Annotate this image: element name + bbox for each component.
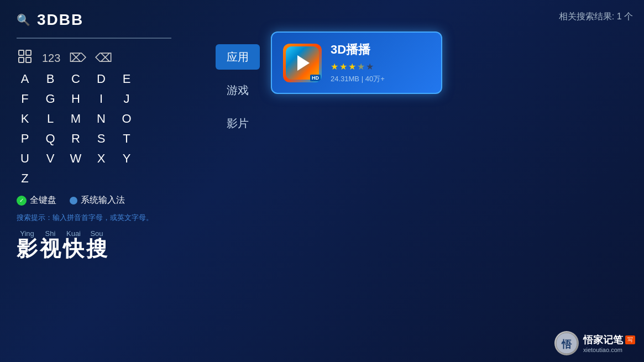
key-G[interactable]: G [42, 92, 59, 106]
system-input-option[interactable]: 系统输入法 [70, 195, 125, 206]
svg-rect-3 [26, 57, 31, 62]
svg-rect-1 [26, 50, 31, 55]
key-K[interactable]: K [17, 112, 33, 126]
category-tabs: 应用 游戏 影片 [216, 44, 260, 136]
app-downloads: 40万+ [365, 75, 385, 83]
hint-prefix: 搜索提示： [17, 213, 53, 222]
watermark-badge: 写 [625, 335, 635, 344]
key-M[interactable]: M [67, 112, 84, 126]
chinese-shi: 视 [40, 238, 61, 261]
app-size: 24.31MB [331, 75, 359, 83]
app-name: 3D播播 [331, 41, 430, 58]
app-stars: ★ ★ ★ ★ ★ [331, 61, 430, 72]
pinyin-kuai: Kuai [66, 229, 81, 238]
system-input-label: 系统输入法 [81, 195, 125, 206]
key-L[interactable]: L [42, 112, 59, 126]
key-F[interactable]: F [17, 92, 33, 106]
brand-char-kuai: Kuai 快 [63, 229, 84, 261]
keyboard-row-4: P Q R S T [17, 132, 193, 146]
keyboard: 123 ⌦ ⌫ A B C D E F G H I J K L M N O [17, 50, 193, 186]
results-area: 相关搜索结果: 1 个 HD 3D播播 ★ ★ ★ ★ ★ 24.31MB | … [271, 11, 633, 94]
full-keyboard-indicator [17, 196, 27, 206]
app-meta-separator: | [362, 75, 365, 83]
star-3: ★ [348, 61, 356, 72]
key-Q[interactable]: Q [42, 132, 59, 146]
full-keyboard-option[interactable]: 全键盘 [17, 195, 56, 206]
watermark: 悟 悟家记笔 写 xietoutiao.com [554, 331, 635, 355]
key-grid[interactable] [17, 50, 33, 66]
star-1: ★ [331, 61, 338, 72]
watermark-line2: xietoutiao.com [583, 347, 635, 353]
search-query: 3DBB [37, 11, 83, 29]
key-P[interactable]: P [17, 132, 33, 146]
left-panel: 🔍 3DBB 123 ⌦ ⌫ A B C D E F G H I J K [17, 11, 205, 261]
keyboard-row-3: K L M N O [17, 112, 193, 126]
key-T[interactable]: T [118, 132, 135, 146]
watermark-icon: 悟 [554, 331, 579, 355]
key-W[interactable]: W [67, 151, 84, 166]
watermark-line1: 悟家记笔 [583, 333, 623, 347]
chinese-ying: 影 [17, 238, 38, 261]
search-icon: 🔍 [17, 13, 30, 27]
key-S[interactable]: S [93, 132, 109, 146]
chinese-sou: 搜 [86, 238, 107, 261]
tab-apps[interactable]: 应用 [216, 44, 260, 70]
star-2: ★ [339, 61, 347, 72]
watermark-text: 悟家记笔 写 xietoutiao.com [583, 333, 635, 353]
play-icon [297, 55, 310, 71]
keyboard-row-2: F G H I J [17, 92, 193, 106]
key-backspace[interactable]: ⌫ [95, 51, 112, 65]
key-C[interactable]: C [67, 72, 84, 86]
app-meta: 24.31MB | 40万+ [331, 74, 430, 84]
key-H[interactable]: H [67, 92, 84, 106]
key-Z[interactable]: Z [17, 171, 33, 186]
key-N[interactable]: N [93, 112, 109, 126]
keyboard-row-special: 123 ⌦ ⌫ [17, 50, 193, 66]
full-keyboard-label: 全键盘 [30, 195, 56, 206]
star-5: ★ [366, 61, 374, 72]
svg-rect-2 [19, 57, 24, 62]
keyboard-row-5: U V W X Y [17, 151, 193, 166]
key-R[interactable]: R [67, 132, 84, 146]
hint-text: 输入拼音首字母，或英文字母。 [53, 213, 153, 222]
search-bar: 🔍 3DBB [17, 11, 205, 29]
app-info: 3D播播 ★ ★ ★ ★ ★ 24.31MB | 40万+ [331, 41, 430, 84]
system-input-indicator [70, 197, 77, 204]
tab-movies-label: 影片 [227, 116, 249, 131]
results-count: 相关搜索结果: 1 个 [271, 11, 633, 23]
key-123[interactable]: 123 [42, 52, 60, 65]
key-X[interactable]: X [93, 151, 109, 166]
key-J[interactable]: J [118, 92, 135, 106]
pinyin-sou: Sou [90, 229, 103, 238]
key-I[interactable]: I [93, 92, 109, 106]
brand-bottom: Ying 影 Shi 视 Kuai 快 Sou 搜 [17, 229, 205, 261]
svg-rect-0 [19, 50, 24, 55]
key-E[interactable]: E [118, 72, 135, 86]
pinyin-shi: Shi [45, 229, 56, 238]
key-Y[interactable]: Y [118, 151, 135, 166]
tab-apps-label: 应用 [227, 50, 249, 65]
svg-text:悟: 悟 [561, 339, 572, 350]
tab-movies[interactable]: 影片 [216, 111, 260, 136]
key-delete[interactable]: ⌦ [69, 51, 86, 65]
hd-badge: HD [310, 75, 321, 81]
tab-games-label: 游戏 [227, 83, 249, 98]
search-underline [17, 38, 171, 39]
input-method-row: 全键盘 系统输入法 [17, 195, 205, 206]
brand-char-sou: Sou 搜 [86, 229, 107, 261]
chinese-kuai: 快 [63, 238, 84, 261]
key-U[interactable]: U [17, 151, 33, 166]
key-V[interactable]: V [42, 151, 59, 166]
brand-char-shi: Shi 视 [40, 229, 61, 261]
app-card[interactable]: HD 3D播播 ★ ★ ★ ★ ★ 24.31MB | 40万+ [271, 32, 442, 94]
key-B[interactable]: B [42, 72, 59, 86]
brand-char-ying: Ying 影 [17, 229, 38, 261]
key-D[interactable]: D [93, 72, 109, 86]
star-4: ★ [357, 61, 365, 72]
keyboard-row-6: Z [17, 171, 193, 186]
app-icon: HD [283, 44, 322, 82]
key-O[interactable]: O [118, 112, 135, 126]
tab-games[interactable]: 游戏 [216, 77, 260, 103]
key-A[interactable]: A [17, 72, 33, 86]
pinyin-ying: Ying [20, 229, 34, 238]
